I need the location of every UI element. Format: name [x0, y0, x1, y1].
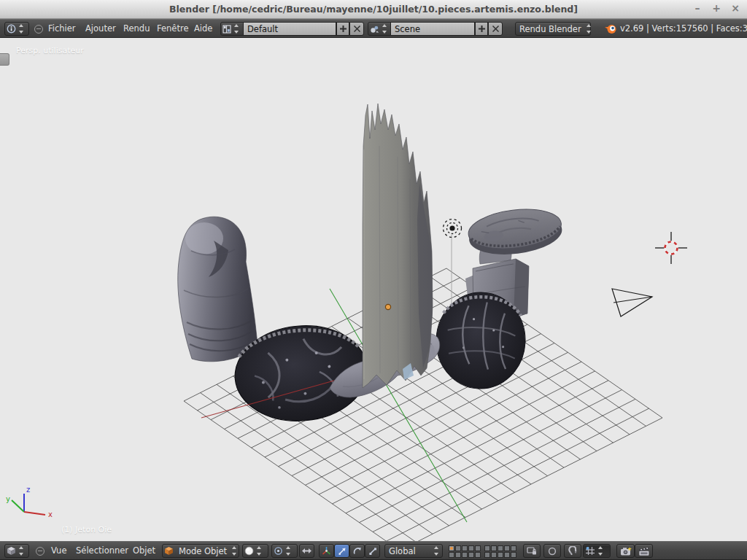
clapperboard-icon [638, 546, 650, 556]
snap-toggle[interactable] [564, 544, 581, 558]
scene-canvas: z y x [0, 38, 747, 541]
camera-object[interactable] [612, 289, 652, 316]
menu-rendu[interactable]: Rendu [123, 20, 150, 37]
manipulator-axes-toggle[interactable] [319, 544, 334, 558]
layer-cell[interactable] [511, 545, 516, 551]
active-object-label: (1) Jeton Oie [61, 525, 112, 534]
translate-manipulator-toggle[interactable] [334, 544, 349, 558]
axis-x-label: x [48, 510, 53, 518]
rotate-manipulator-toggle[interactable] [349, 544, 365, 558]
layer-cell[interactable] [455, 552, 461, 558]
scale-manipulator-toggle[interactable] [365, 544, 380, 558]
proportional-circle-icon [548, 547, 557, 556]
opengl-render-anim-button[interactable] [635, 544, 653, 558]
titlebar[interactable]: Blender [/home/cedric/Bureau/mayenne/10j… [0, 0, 747, 19]
chevron-updown-icon [586, 24, 592, 34]
manipulator-axes-icon [322, 546, 331, 556]
region-corner-handle[interactable] [0, 53, 9, 66]
layer-cell[interactable] [462, 545, 468, 551]
layer-cell[interactable] [498, 552, 503, 558]
chevron-updown-icon [18, 546, 25, 556]
status-stats: v2.69 | Verts:157560 | Faces:30 [620, 20, 747, 37]
mode-selector-dropdown[interactable]: Mode Objet [162, 544, 239, 558]
scale-arrow-icon [368, 547, 377, 556]
menu-selectionner[interactable]: Sélectionner [76, 542, 128, 559]
scene-icon [368, 25, 381, 34]
add-scene-button[interactable] [475, 22, 488, 36]
scene-browse-button[interactable] [368, 22, 391, 36]
layer-cell[interactable] [491, 552, 497, 558]
scene-lock-toggle[interactable] [523, 544, 541, 558]
layers-widget-left[interactable] [449, 545, 481, 558]
screen-layout-browse-button[interactable] [220, 22, 244, 36]
axis-y-label: y [6, 495, 10, 503]
layer-cell[interactable] [455, 545, 461, 551]
layers-widget-right[interactable] [484, 545, 516, 558]
snap-increment-icon [584, 546, 597, 556]
layer-cell[interactable] [504, 545, 510, 551]
layer-cell[interactable] [511, 552, 516, 558]
scene-name-field[interactable]: Scene [390, 22, 475, 36]
delete-scene-button[interactable] [488, 22, 503, 36]
view3d-header: Vue Sélectionner Objet Mode Objet [0, 541, 747, 560]
opengl-render-button[interactable] [616, 544, 635, 558]
menu-vue[interactable]: Vue [51, 542, 66, 559]
close-icon [492, 26, 499, 32]
lamp-object[interactable] [444, 219, 462, 238]
screen-layout-name-field[interactable]: Default [243, 22, 336, 36]
view-name-label: Persp. utilisateur [16, 46, 84, 55]
layer-cell[interactable] [449, 552, 454, 558]
maximize-button[interactable]: + [711, 2, 722, 14]
scene-lock-icon [527, 546, 537, 556]
layer-cell[interactable] [468, 552, 474, 558]
menu-fichier[interactable]: Fichier [48, 20, 76, 37]
chevron-updown-icon [285, 546, 292, 556]
layer-cell[interactable] [462, 552, 468, 558]
cursor-3d-icon [655, 232, 687, 264]
add-layout-button[interactable] [336, 22, 349, 36]
editor-type-selector-info[interactable] [4, 22, 29, 36]
layer-cell[interactable] [484, 552, 490, 558]
editor-type-selector-3dview[interactable] [4, 544, 29, 558]
axis-z-label: z [26, 486, 30, 494]
layer-cell[interactable] [449, 545, 454, 551]
menu-fenetre[interactable]: Fenêtre [157, 20, 188, 37]
layer-cell[interactable] [475, 545, 481, 551]
close-button[interactable]: × [729, 2, 741, 14]
object-figurine[interactable] [178, 217, 258, 362]
shading-solid-sphere-icon [243, 546, 255, 556]
object-shard[interactable] [363, 104, 433, 388]
pivot-point-dropdown[interactable] [271, 544, 298, 558]
chevron-updown-icon [256, 546, 263, 556]
layer-cell[interactable] [491, 545, 497, 551]
snap-element-dropdown[interactable] [583, 544, 611, 558]
minimize-button[interactable]: – [692, 2, 703, 14]
menu-objet[interactable]: Objet [133, 542, 155, 559]
manipulate-center-points-toggle[interactable] [299, 544, 314, 558]
chevron-updown-icon [597, 546, 604, 556]
render-engine-dropdown[interactable]: Rendu Blender [515, 22, 591, 36]
plus-icon [340, 26, 347, 32]
close-icon [354, 26, 360, 32]
blender-logo [603, 23, 618, 34]
delete-layout-button[interactable] [349, 22, 364, 36]
center-points-icon [302, 548, 311, 554]
menu-ajouter[interactable]: Ajouter [85, 20, 116, 37]
chevron-updown-icon [233, 24, 240, 34]
view3d-editor-icon [5, 546, 18, 556]
layer-cell[interactable] [504, 552, 510, 558]
viewport-shading-dropdown[interactable] [242, 544, 268, 558]
render-camera-icon [620, 546, 632, 556]
layer-cell[interactable] [498, 545, 503, 551]
menu-aide[interactable]: Aide [194, 20, 212, 37]
proportional-edit-toggle[interactable] [543, 544, 561, 558]
layer-cell[interactable] [475, 552, 481, 558]
collapse-menus-icon[interactable] [36, 547, 44, 556]
translate-arrow-icon [338, 547, 347, 556]
viewport-3d[interactable]: z y x Persp. utilisateur (1) Jeton Oie [0, 38, 747, 541]
layer-cell[interactable] [484, 545, 490, 551]
collapse-menus-icon[interactable] [34, 25, 43, 34]
layer-cell[interactable] [468, 545, 474, 551]
transform-orientation-dropdown[interactable]: Global [384, 544, 443, 558]
pivot-point-icon [272, 546, 285, 556]
